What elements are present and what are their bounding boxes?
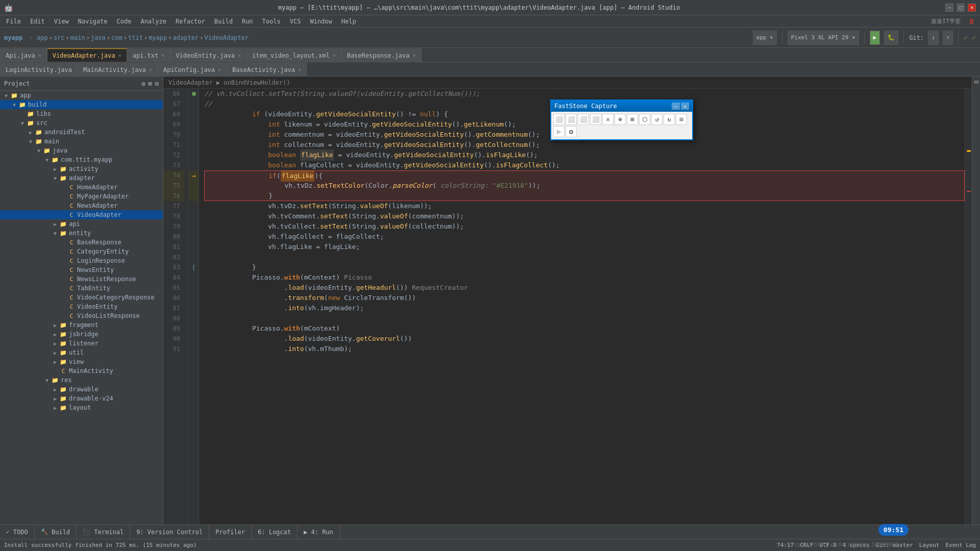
tab-profiler[interactable]: Profiler — [209, 525, 252, 539]
tree-entity[interactable]: ▼ 📁 entity — [0, 229, 163, 238]
tree-activity[interactable]: ▶ 📁 activity — [0, 164, 163, 173]
tab-build[interactable]: 🔨 Build — [35, 525, 77, 539]
tree-build[interactable]: ▼ 📁 build — [0, 100, 163, 109]
tree-fragment[interactable]: ▶ 📁 fragment — [0, 320, 163, 330]
menu-vcs[interactable]: VCS — [286, 17, 305, 26]
side-panel-label[interactable]: D — [973, 79, 979, 86]
tab-todo[interactable]: ✓ TODO — [0, 525, 35, 539]
tab-logcat[interactable]: 6: Logcat — [252, 525, 298, 539]
tab-apiconfig-java[interactable]: ApiConfig.java ✕ — [158, 63, 227, 76]
menu-refactor[interactable]: Refactor — [172, 17, 209, 26]
tree-videoadapter[interactable]: C VideoAdapter — [0, 210, 163, 219]
menu-run[interactable]: Run — [238, 17, 257, 26]
tree-tabentity[interactable]: C TabEntity — [0, 284, 163, 293]
event-log[interactable]: Event Log — [945, 542, 976, 548]
device-dropdown[interactable]: Pixel 3 XL API 29 ▾ — [788, 31, 859, 45]
fs-tool-6[interactable]: ⊕ — [615, 114, 626, 125]
tree-mypageradapter[interactable]: C MyPagerAdapter — [0, 192, 163, 201]
code-editor[interactable]: // vh.tvCollect.setText(String.valueOf(v… — [199, 89, 965, 524]
menu-window[interactable]: Window — [306, 17, 336, 26]
tab-close-icon[interactable]: ✕ — [118, 53, 121, 58]
menu-help[interactable]: Help — [337, 17, 360, 26]
menu-view[interactable]: View — [50, 17, 73, 26]
fs-tool-3[interactable]: ⬜ — [578, 114, 589, 125]
maximize-button[interactable]: □ — [957, 4, 965, 12]
tab-close-icon[interactable]: ✕ — [161, 53, 164, 58]
tab-terminal[interactable]: ⬛ Terminal — [77, 525, 130, 539]
tree-baseresponse[interactable]: C BaseResponse — [0, 238, 163, 247]
tab-close-icon[interactable]: ✕ — [218, 67, 221, 72]
fs-tool-2[interactable]: ⬜ — [566, 114, 577, 125]
tab-baseresponse-java[interactable]: BaseResponse.java ✕ — [341, 48, 422, 62]
sidebar-gear-icon[interactable]: ⊟ — [155, 80, 159, 87]
fs-tool-9[interactable]: ↺ — [651, 114, 663, 125]
minimize-button[interactable]: – — [945, 4, 953, 12]
layout-inspector[interactable]: Layout — [919, 542, 940, 548]
fs-tool-1[interactable]: ⬜ — [553, 114, 565, 125]
tab-close-icon[interactable]: ✕ — [413, 53, 416, 58]
tree-androidtest[interactable]: ▶ 📁 androidTest — [0, 128, 163, 137]
menu-build[interactable]: Build — [210, 17, 237, 26]
fs-tool-11[interactable]: ⊟ — [676, 114, 687, 125]
faststone-titlebar[interactable]: FastStone Capture – ✕ — [551, 101, 692, 112]
code-container[interactable]: 66 67 68 69 70 71 72 73 74 75 76 77 78 7… — [163, 89, 972, 524]
tab-run[interactable]: ▶ 4: Run — [298, 525, 340, 539]
faststone-window[interactable]: FastStone Capture – ✕ ⬜ ⬜ ⬜ ⬜ ✕ ⊕ ⊞ ⬡ ↺ … — [550, 99, 693, 140]
tab-close-icon[interactable]: ✕ — [298, 67, 301, 72]
tree-listener[interactable]: ▶ 📁 listener — [0, 339, 163, 348]
close-button[interactable]: ✕ — [968, 4, 976, 12]
tab-item-video-layout-xml[interactable]: item_video_layout.xml ✕ — [247, 48, 341, 62]
tree-res[interactable]: ▼ 📁 res — [0, 375, 163, 385]
tree-newslistresponse[interactable]: C NewsListResponse — [0, 274, 163, 284]
tree-layout[interactable]: ▶ 📁 layout — [0, 403, 163, 412]
tree-app[interactable]: ▼ 📁 app — [0, 91, 163, 100]
tree-videocategoryresponse[interactable]: C VideoCategoryResponse — [0, 293, 163, 302]
tree-newsentity[interactable]: C NewsEntity — [0, 265, 163, 274]
tab-videoadapter-java[interactable]: VideoAdapter.java ✕ — [47, 48, 127, 62]
sidebar-settings-icon[interactable]: ⚙ — [141, 80, 145, 87]
fs-tool-12[interactable]: ▷ — [553, 126, 565, 137]
debug-button[interactable]: 🐛 — [884, 31, 898, 45]
fs-tool-4[interactable]: ⬜ — [590, 114, 601, 125]
tree-src[interactable]: ▼ 📁 src — [0, 118, 163, 128]
tab-loginactivity-java[interactable]: LoginActivity.java — [0, 63, 78, 76]
tab-videoentity-java[interactable]: VideoEntity.java ✕ — [170, 48, 247, 62]
tree-categoryentity[interactable]: C CategoryEntity — [0, 247, 163, 256]
faststone-minimize[interactable]: – — [672, 103, 680, 110]
fs-tool-8[interactable]: ⬡ — [639, 114, 650, 125]
fs-tool-7[interactable]: ⊞ — [627, 114, 638, 125]
tree-util[interactable]: ▶ 📁 util — [0, 348, 163, 357]
tree-view[interactable]: ▶ 📁 view — [0, 357, 163, 366]
fs-tool-settings[interactable]: ⚙ — [566, 126, 577, 137]
tree-homeadapter[interactable]: C HomeAdapter — [0, 183, 163, 192]
git-update[interactable]: ↓ — [928, 31, 939, 45]
sidebar-layout-icon[interactable]: ⊞ — [149, 80, 152, 87]
tree-jsbridge[interactable]: ▶ 📁 jsbridge — [0, 330, 163, 339]
tab-api-java[interactable]: Api.java ✕ — [0, 48, 47, 62]
menu-navigate[interactable]: Navigate — [74, 17, 112, 26]
tab-version-control[interactable]: 9: Version Control — [130, 525, 209, 539]
tree-com-ttit-myapp[interactable]: ▼ 📁 com.ttit.myapp — [0, 155, 163, 164]
tree-drawable-v24[interactable]: ▶ 📁 drawable-v24 — [0, 394, 163, 403]
menu-tools[interactable]: Tools — [258, 17, 285, 26]
tab-mainactivity-java[interactable]: MainActivity.java ✕ — [78, 63, 158, 76]
tree-mainactivity[interactable]: C MainActivity — [0, 366, 163, 375]
tab-close-icon[interactable]: ✕ — [333, 53, 336, 58]
tree-videoentity[interactable]: C VideoEntity — [0, 302, 163, 311]
right-gutter[interactable] — [965, 89, 972, 524]
menu-edit[interactable]: Edit — [26, 17, 49, 26]
faststone-close[interactable]: ✕ — [681, 103, 689, 110]
tab-baseactivity-java[interactable]: BaseActivity.java ✕ — [227, 63, 307, 76]
tab-close-icon[interactable]: ✕ — [38, 53, 41, 58]
tree-adapter[interactable]: ▼ 📁 adapter — [0, 173, 163, 183]
menu-code[interactable]: Code — [113, 17, 136, 26]
tree-api[interactable]: ▶ 📁 api — [0, 219, 163, 229]
fs-tool-5[interactable]: ✕ — [602, 114, 614, 125]
tree-java[interactable]: ▼ 📁 java — [0, 146, 163, 155]
menu-file[interactable]: File — [2, 17, 25, 26]
tree-loginresponse[interactable]: C LoginResponse — [0, 256, 163, 265]
git-push[interactable]: ↑ — [943, 31, 953, 45]
tab-api-txt[interactable]: api.txt ✕ — [127, 48, 170, 62]
menu-analyze[interactable]: Analyze — [136, 17, 170, 26]
fs-tool-10[interactable]: ↻ — [664, 114, 675, 125]
